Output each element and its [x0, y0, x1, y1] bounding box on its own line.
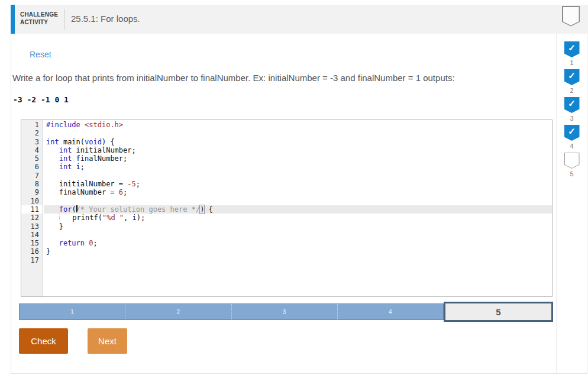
rail-item: ✓2 [564, 69, 580, 97]
line-number: 8 [21, 180, 43, 188]
code-token: } [46, 222, 63, 231]
example-output: -3 -2 -1 0 1 [13, 95, 69, 104]
code-token [46, 239, 59, 247]
code-token: return [59, 239, 85, 247]
code-line[interactable]: initialNumber = -5; [46, 180, 552, 188]
code-token: initialNumber; [72, 146, 135, 154]
reset-button[interactable]: Reset [30, 50, 51, 59]
line-number: 1 [21, 121, 43, 129]
code-line[interactable]: } [46, 222, 552, 231]
rail-item: ✓1 [564, 41, 580, 69]
code-line[interactable]: #include <stdio.h> [46, 121, 552, 129]
line-number: 9 [21, 188, 43, 196]
line-number: 17 [21, 256, 43, 264]
code-token [46, 146, 59, 154]
code-token: printf( [60, 214, 102, 222]
line-number: 7 [21, 172, 43, 180]
code-token: int [59, 146, 72, 154]
progress-completed-group: 1234 [19, 303, 444, 320]
line-number: 5 [21, 154, 43, 163]
code-token [46, 154, 59, 163]
shield-check-icon: ✓ [564, 97, 580, 113]
code-token [46, 205, 59, 214]
code-token: ; [136, 180, 140, 188]
accent-bar [11, 5, 15, 34]
line-number: 2 [21, 129, 43, 137]
line-number: 6 [21, 163, 43, 171]
line-number: 13 [21, 222, 43, 231]
code-token: <stdio.h> [85, 121, 123, 129]
rail-item: 5 [564, 153, 580, 180]
code-token: { [204, 205, 212, 214]
instructions-text: Write a for loop that prints from initia… [12, 73, 545, 83]
code-lines[interactable]: #include <stdio.h>int main(void) { int i… [44, 120, 552, 296]
code-token: ; [93, 239, 98, 247]
line-number: 14 [21, 231, 43, 239]
rail-item: ✓4 [564, 125, 580, 153]
shield-fill [563, 7, 579, 27]
code-line[interactable]: } [46, 247, 552, 256]
code-token: /* Your solution goes here */ [76, 205, 201, 214]
code-token: initialNumber = [46, 180, 127, 188]
code-line[interactable] [46, 256, 552, 264]
code-line[interactable]: for(/* Your solution goes here */) { [44, 205, 552, 214]
rail-item-number: 5 [570, 170, 573, 177]
code-line[interactable] [46, 129, 552, 137]
code-line[interactable] [46, 231, 552, 239]
code-line[interactable]: int initialNumber; [46, 146, 552, 154]
line-number: 12 [21, 214, 43, 222]
progress-bar: 12345 [19, 303, 553, 320]
code-line[interactable] [46, 197, 552, 205]
shield-check-icon: ✓ [564, 125, 580, 141]
code-token: i; [72, 163, 85, 171]
code-token: "%d " [102, 214, 124, 222]
code-token: 6 [119, 188, 123, 196]
kicker-line1: CHALLENGE [20, 11, 58, 18]
shield-outline-icon [564, 153, 580, 169]
kicker-line2: ACTIVITY [20, 18, 58, 26]
code-token: void [85, 138, 102, 146]
progress-segment: 3 [231, 304, 337, 319]
code-token: finalNumber = [46, 188, 119, 196]
check-icon: ✓ [564, 41, 580, 54]
code-token: , i); [124, 214, 145, 222]
activity-header: CHALLENGE ACTIVITY 25.5.1: For loops. [11, 5, 588, 34]
code-token: ) { [102, 138, 115, 146]
code-line[interactable]: printf("%d ", i); [46, 214, 552, 222]
activity-title: 25.5.1: For loops. [71, 14, 140, 24]
activity-kicker: CHALLENGE ACTIVITY [20, 11, 58, 26]
code-line[interactable]: return 0; [46, 239, 552, 247]
header-divider [64, 9, 64, 30]
code-token: #include [46, 121, 85, 129]
line-number: 16 [21, 247, 43, 256]
code-line[interactable]: int i; [46, 163, 552, 171]
line-number: 10 [21, 197, 43, 205]
code-token: int [59, 154, 72, 163]
code-token: main( [59, 138, 85, 146]
code-line[interactable] [46, 172, 552, 180]
rail-item-number: 1 [570, 59, 573, 66]
code-token: finalNumber; [72, 154, 127, 163]
code-line[interactable]: int main(void) { [46, 138, 552, 146]
page: CHALLENGE ACTIVITY 25.5.1: For loops. ✓1… [0, 0, 588, 378]
code-token: int [46, 138, 59, 146]
check-button[interactable]: Check [19, 328, 68, 354]
code-token: 0 [89, 239, 93, 247]
code-line[interactable]: int finalNumber; [46, 154, 552, 163]
next-button[interactable]: Next [88, 328, 127, 354]
line-number: 4 [21, 146, 43, 154]
rail-item: ✓3 [564, 97, 580, 125]
rail-item-number: 2 [570, 87, 573, 94]
check-icon: ✓ [564, 69, 580, 82]
rail-item-number: 4 [570, 143, 573, 150]
code-token: int [59, 163, 72, 171]
line-number: 3 [21, 138, 43, 146]
code-token: for [59, 205, 72, 214]
check-icon: ✓ [564, 97, 580, 109]
code-token: } [46, 247, 50, 256]
rail-item-number: 3 [570, 115, 573, 122]
code-line[interactable]: finalNumber = 6; [46, 188, 552, 196]
code-editor[interactable]: 1234567891011121314151617 #include <stdi… [21, 119, 553, 297]
code-token: -5 [127, 180, 135, 188]
progress-segment: 2 [125, 304, 231, 319]
